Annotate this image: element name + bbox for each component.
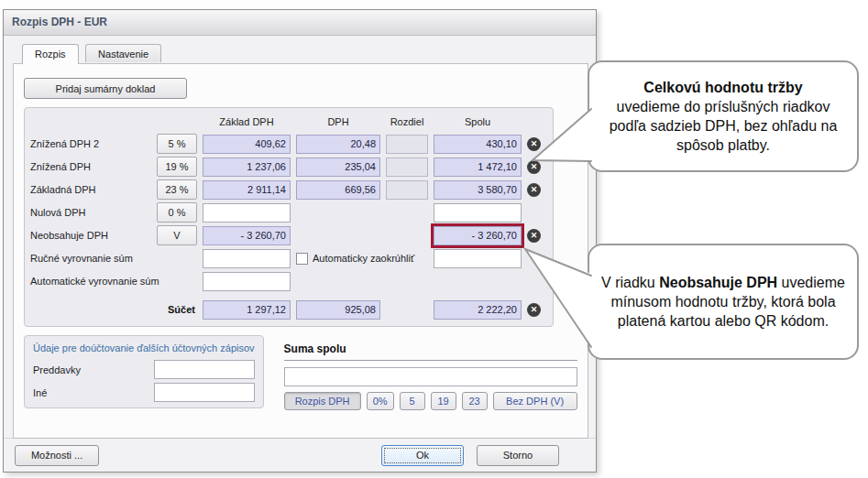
dph-input[interactable]: [296, 135, 380, 154]
dialog-title: Rozpis DPH - EUR: [12, 16, 107, 28]
quick-btn-0-percent[interactable]: 0%: [367, 392, 394, 410]
zaklad-input[interactable]: [203, 249, 291, 268]
vat-row-nulova-dph: Nulová DPH 0 %: [30, 202, 547, 223]
udaje-panel: Údaje pre doúčtovanie ďalších účtovných …: [24, 335, 264, 408]
col-header-rozdiel: Rozdiel: [386, 116, 428, 127]
spolu-input[interactable]: [434, 135, 522, 154]
preddavky-input[interactable]: [154, 360, 255, 379]
quick-btn-5[interactable]: 5: [400, 392, 425, 410]
delete-row-icon[interactable]: ✕: [527, 137, 541, 151]
rozdiel-input: [386, 158, 428, 177]
udaje-title: Údaje pre doúčtovanie ďalších účtovných …: [33, 342, 255, 353]
vat-row-automaticke-vyrovnanie: Automatické vyrovnanie súm: [30, 271, 547, 291]
zaklad-input[interactable]: [203, 272, 291, 291]
rate-box: 5 %: [157, 134, 197, 154]
suma-spolu-input[interactable]: [284, 367, 577, 386]
vat-table-panel: Základ DPH DPH Rozdiel Spolu Znížená DPH…: [24, 107, 554, 327]
callout-bold-text: Celkovú hodnotu tržby: [597, 78, 850, 97]
vat-row-znizena-dph: Znížená DPH 19 % ✕: [30, 157, 547, 177]
zaklad-input[interactable]: [203, 135, 291, 154]
rozdiel-input: [386, 180, 428, 200]
vat-total-row: Súčet ✕: [30, 299, 547, 320]
zaklad-input[interactable]: [203, 203, 291, 223]
callout-text-prefix: V riadku: [601, 275, 659, 290]
dph-input[interactable]: [296, 158, 380, 177]
tabstrip: Rozpis Nastavenie: [13, 44, 588, 64]
bottom-section: Údaje pre doúčtovanie ďalších účtovných …: [24, 335, 575, 410]
spolu-input-highlighted[interactable]: [434, 226, 522, 245]
quick-btn-23[interactable]: 23: [462, 392, 488, 410]
vat-row-neobsahuje-dph: Neobsahuje DPH V ✕: [30, 225, 547, 245]
col-header-zaklad: Základ DPH: [203, 116, 291, 127]
preddavky-label: Preddavky: [33, 364, 154, 375]
col-header-dph: DPH: [296, 116, 380, 127]
row-label: Automatické vyrovnanie súm: [30, 276, 151, 287]
spolu-input[interactable]: [434, 249, 522, 268]
autoround-checkbox[interactable]: [296, 253, 308, 265]
dph-input[interactable]: [296, 180, 380, 200]
ok-button[interactable]: Ok: [381, 445, 464, 466]
callout-text: uvedieme do príslušných riadkov podľa sa…: [610, 99, 838, 153]
callout-neobsahuje-dph: V riadku Neobsahuje DPH uvedieme mínusom…: [588, 244, 859, 360]
vat-row-znizena-dph-2: Znížená DPH 2 5 % ✕: [30, 134, 547, 154]
row-label: Nulová DPH: [30, 207, 151, 218]
suma-spolu-section: Suma spolu Rozpis DPH 0% 5 19 23 Bez DPH…: [284, 335, 577, 410]
screenshot-stage: Rozpis DPH - EUR Rozpis Nastavenie Prida…: [0, 0, 868, 478]
vat-row-rucne-vyrovnanie: Ručné vyrovnanie súm Automaticky zaokrúh…: [30, 248, 547, 268]
vat-row-zakladna-dph: Základná DPH 23 % ✕: [30, 179, 547, 200]
spolu-input[interactable]: [434, 203, 522, 223]
ine-input[interactable]: [154, 383, 255, 402]
tab-nastavenie[interactable]: Nastavenie: [85, 44, 161, 62]
callout-total-revenue: Celkovú hodnotu tržby uvedieme do príslu…: [588, 60, 859, 172]
row-label: Základná DPH: [30, 184, 151, 195]
spolu-input[interactable]: [434, 180, 522, 200]
rozpis-dph-dialog: Rozpis DPH - EUR Rozpis Nastavenie Prida…: [3, 9, 597, 473]
options-button[interactable]: Možnosti ...: [15, 445, 99, 466]
row-label: Ručné vyrovnanie súm: [30, 253, 151, 264]
quick-btn-19[interactable]: 19: [431, 392, 456, 410]
dialog-body: Rozpis Nastavenie Pridaj sumárny doklad …: [4, 36, 596, 449]
delete-row-icon[interactable]: ✕: [527, 183, 541, 197]
udaje-row-preddavky: Preddavky: [33, 360, 255, 379]
quick-btn-rozpis-dph[interactable]: Rozpis DPH: [284, 392, 361, 410]
total-label: Súčet: [30, 304, 197, 315]
delete-row-icon[interactable]: ✕: [527, 160, 541, 174]
suma-spolu-heading: Suma spolu: [284, 342, 577, 361]
spolu-input[interactable]: [434, 158, 522, 177]
autoround-label: Automaticky zaokrúhliť: [313, 253, 414, 264]
rate-box: 19 %: [157, 157, 197, 177]
row-label: Znížená DPH 2: [30, 138, 151, 149]
quick-btn-bez-dph[interactable]: Bez DPH (V): [493, 392, 577, 410]
total-spolu-input: [434, 300, 522, 320]
delete-row-icon[interactable]: ✕: [527, 229, 541, 243]
delete-row-icon[interactable]: ✕: [527, 303, 541, 317]
rate-box: V: [157, 225, 197, 245]
autoround-option: Automaticky zaokrúhliť: [296, 253, 428, 265]
rozdiel-input: [386, 135, 428, 154]
storno-button[interactable]: Storno: [477, 445, 559, 466]
zaklad-input[interactable]: [203, 158, 291, 177]
total-zaklad-input: [203, 300, 291, 320]
ine-label: Iné: [33, 387, 154, 398]
row-label: Neobsahuje DPH: [30, 230, 151, 241]
vat-table-header: Základ DPH DPH Rozdiel Spolu: [30, 114, 547, 130]
dialog-titlebar[interactable]: Rozpis DPH - EUR: [4, 10, 596, 36]
suma-quick-buttons: Rozpis DPH 0% 5 19 23 Bez DPH (V): [284, 392, 577, 410]
total-dph-input: [296, 300, 380, 320]
callout-bold-text: Neobsahuje DPH: [659, 275, 777, 290]
row-label: Znížená DPH: [30, 161, 151, 172]
tab-page-rozpis: Pridaj sumárny doklad Základ DPH DPH Roz…: [13, 63, 588, 439]
udaje-row-ine: Iné: [33, 383, 255, 402]
col-header-spolu: Spolu: [434, 116, 522, 127]
rate-box: 0 %: [157, 202, 197, 223]
tab-rozpis[interactable]: Rozpis: [22, 44, 79, 64]
zaklad-input[interactable]: [203, 180, 291, 200]
dialog-footer: Možnosti ... Ok Storno: [4, 438, 596, 472]
zaklad-input[interactable]: [203, 226, 291, 245]
add-summary-doc-button[interactable]: Pridaj sumárny doklad: [24, 78, 187, 99]
rate-box: 23 %: [157, 179, 197, 200]
